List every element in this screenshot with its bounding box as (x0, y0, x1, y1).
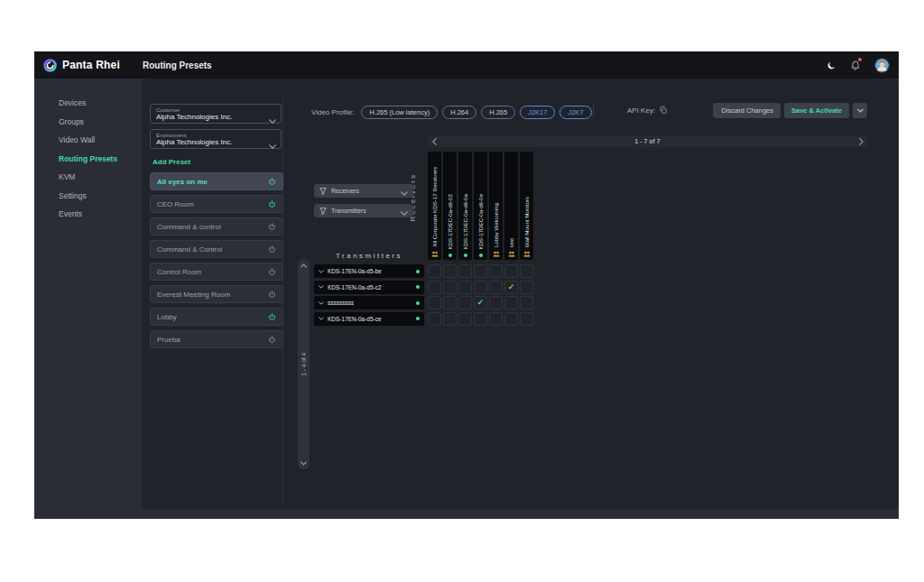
receiver-name: test (508, 238, 514, 247)
power-icon[interactable] (268, 268, 276, 276)
group-icon (493, 251, 500, 257)
scroll-down-icon[interactable] (300, 457, 307, 469)
power-icon[interactable] (268, 200, 276, 208)
matrix-cell[interactable] (458, 264, 472, 278)
power-icon[interactable] (268, 336, 276, 344)
preset-card[interactable]: All eyes on me (150, 172, 283, 190)
online-status-dot (464, 254, 467, 257)
sidebar-item-devices[interactable]: Devices (34, 94, 142, 113)
power-icon[interactable] (268, 178, 276, 186)
video-profile-chip-j2k17[interactable]: J2K17 (520, 106, 555, 119)
dark-mode-moon-icon[interactable] (827, 60, 836, 70)
matrix-cell[interactable] (443, 264, 457, 278)
receiver-column[interactable]: All Corporate KDS-17 Receivers (428, 152, 441, 260)
matrix-cell[interactable] (520, 296, 533, 309)
notifications-bell-icon[interactable] (850, 60, 861, 70)
matrix-cell[interactable]: ✓ (474, 296, 487, 309)
transmitters-filter-select[interactable]: Transmitters (314, 204, 413, 217)
matrix-cell[interactable] (458, 296, 472, 309)
sidebar-item-routing-presets[interactable]: Routing Presets (34, 150, 142, 169)
preset-card[interactable]: Control Room (150, 263, 283, 281)
scroll-up-icon[interactable] (300, 259, 307, 272)
video-profile-chip-j2k7[interactable]: J2K7 (559, 106, 591, 119)
matrix-cell[interactable] (489, 281, 503, 294)
receivers-filter-select[interactable]: Receivers (314, 184, 413, 198)
sidebar: Devices Groups Video Wall Routing Preset… (34, 79, 142, 519)
transmitter-row[interactable]: KDS-17EN-0a-d5-c2 (314, 281, 424, 294)
matrix-cell[interactable] (489, 264, 503, 278)
transmitters-axis-label: Transmitters (314, 252, 424, 260)
matrix-cell[interactable] (504, 296, 518, 309)
add-preset-button[interactable]: Add Preset (152, 158, 190, 166)
video-profile-chip-h265-low-latency[interactable]: H.265 (Low latency) (361, 106, 438, 119)
receiver-column[interactable]: KDS-17DEC-0a-d6-0e (474, 152, 487, 260)
environment-select-value: Alpha Technologies Inc. (156, 138, 275, 147)
transmitters-scrollbar[interactable]: 1 - 4 of 4 (298, 259, 310, 469)
sidebar-item-settings[interactable]: Settings (34, 187, 142, 206)
page-right-icon[interactable] (855, 138, 867, 145)
matrix-cell[interactable] (520, 264, 533, 278)
power-icon[interactable] (268, 223, 276, 231)
preset-name: Command & control (157, 223, 221, 231)
page-left-icon[interactable] (428, 138, 440, 145)
sidebar-item-events[interactable]: Events (34, 205, 142, 224)
power-icon[interactable] (268, 291, 276, 299)
matrix-cell[interactable] (428, 281, 441, 294)
matrix-cell[interactable] (520, 312, 533, 326)
route-check-icon: ✓ (508, 283, 515, 291)
transmitter-row[interactable]: sssssssss (314, 296, 424, 309)
receiver-column[interactable]: KDS-17DEC-0a-d6-02 (443, 152, 457, 260)
video-profile-label: Video Profile: (311, 108, 354, 116)
preset-card[interactable]: Command & Control (150, 240, 283, 258)
chevron-down-icon (269, 136, 276, 152)
video-profile-chip-h264[interactable]: H.264 (442, 106, 476, 119)
chevron-down-icon (319, 285, 324, 289)
matrix-cell[interactable] (474, 312, 487, 326)
matrix-cell[interactable] (428, 312, 441, 326)
environment-select[interactable]: Environment Alpha Technologies Inc. (150, 129, 282, 149)
sidebar-item-kvm[interactable]: KVM (34, 168, 142, 187)
matrix-cell[interactable] (458, 312, 472, 326)
preset-card[interactable]: Lobby (150, 308, 283, 326)
power-icon[interactable] (268, 245, 276, 254)
matrix-cell[interactable] (443, 296, 457, 309)
receiver-column[interactable]: test (504, 152, 518, 260)
matrix-cell[interactable] (504, 264, 518, 278)
power-icon[interactable] (268, 313, 276, 321)
preset-card[interactable]: Everest Meeting Room (150, 285, 283, 303)
matrix-cell[interactable] (504, 312, 518, 326)
sidebar-item-video-wall[interactable]: Video Wall (34, 131, 142, 150)
matrix-cell[interactable] (443, 281, 457, 294)
receiver-column[interactable]: Wall Mount Monitors (520, 152, 533, 260)
video-profile-chip-h265[interactable]: H.265 (481, 106, 515, 119)
chevron-down-icon (319, 317, 324, 320)
save-options-caret-button[interactable] (853, 103, 867, 118)
matrix-cell[interactable] (474, 264, 487, 278)
matrix-cell[interactable] (428, 296, 441, 309)
user-avatar[interactable] (874, 58, 890, 73)
preset-name: Control Room (157, 268, 201, 276)
receivers-axis-label: Receivers (409, 162, 417, 234)
preset-card[interactable]: Prueba (150, 330, 283, 348)
matrix-cell[interactable] (489, 312, 503, 326)
matrix-cell[interactable] (474, 281, 487, 294)
save-activate-button[interactable]: Save & Activate (784, 103, 849, 118)
customer-select[interactable]: Customer Alpha Technologies Inc. (150, 104, 282, 124)
discard-changes-button[interactable]: Discard Changes (714, 103, 781, 118)
matrix-cell[interactable]: ✓ (504, 281, 518, 294)
preset-card[interactable]: Command & control (150, 217, 283, 236)
preset-card[interactable]: CEO Room (150, 195, 283, 213)
api-key-copy-icon[interactable] (659, 102, 668, 118)
matrix-cell[interactable] (458, 281, 472, 294)
matrix-cell[interactable] (489, 296, 503, 309)
header-divider (593, 103, 594, 117)
receiver-column[interactable]: Lobby Welcoming (489, 152, 503, 260)
preset-name: All eyes on me (157, 178, 208, 186)
matrix-cell[interactable] (520, 281, 533, 294)
receiver-column[interactable]: KDS-17DEC-0a-d6-0a (458, 152, 472, 260)
matrix-cell[interactable] (443, 312, 457, 326)
matrix-cell[interactable] (428, 264, 441, 278)
sidebar-item-groups[interactable]: Groups (34, 113, 142, 132)
transmitter-row[interactable]: KDS-17EN-0a-d5-be (314, 264, 424, 278)
transmitter-row[interactable]: KDS-17EN-0a-d5-ce (314, 312, 424, 326)
